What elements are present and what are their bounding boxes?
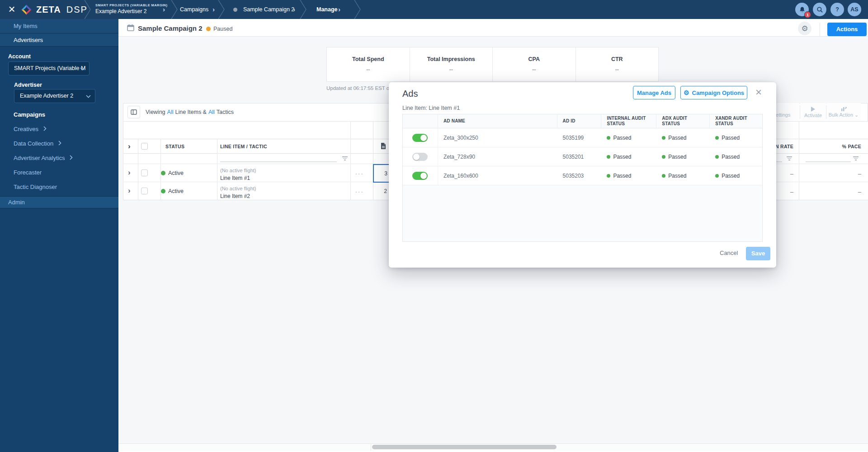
actions-button[interactable]: Actions bbox=[827, 23, 867, 36]
column-header-ad-name[interactable]: AD NAME bbox=[438, 114, 557, 128]
stat-value: -- bbox=[532, 66, 536, 73]
ad-toggle-off[interactable] bbox=[412, 153, 428, 161]
sidebar-item-admin[interactable]: Admin bbox=[0, 197, 118, 208]
close-icon[interactable]: × bbox=[5, 2, 19, 16]
column-header-adx-audit[interactable]: ADX AUDIT STATUS bbox=[656, 114, 710, 128]
layout-toggle-button[interactable] bbox=[127, 106, 140, 118]
filter-icon[interactable] bbox=[342, 156, 348, 160]
paused-status-dot bbox=[206, 27, 211, 31]
active-status-dot bbox=[161, 171, 165, 175]
column-header-status[interactable]: STATUS bbox=[165, 144, 184, 149]
manage-ads-button[interactable]: Manage Ads bbox=[633, 86, 675, 99]
ad-toggle-on[interactable] bbox=[412, 172, 428, 180]
account-select[interactable]: SMART Projects (Variable M bbox=[8, 61, 90, 75]
play-icon bbox=[811, 107, 816, 112]
help-button[interactable]: ? bbox=[830, 3, 844, 16]
settings-gear-button[interactable]: ⚙ bbox=[798, 22, 811, 35]
row-status: Active bbox=[168, 188, 184, 194]
ad-toggle-on[interactable] bbox=[412, 134, 428, 142]
advertiser-select[interactable]: Example Advertiser 2 bbox=[14, 89, 95, 103]
row-checkbox[interactable] bbox=[141, 188, 148, 194]
ad-id: 5035201 bbox=[557, 147, 602, 166]
all-line-items-link[interactable]: All bbox=[167, 109, 174, 115]
sidebar-item-forecaster[interactable]: Forecaster bbox=[14, 169, 42, 176]
sidebar-item-advertiser-analytics[interactable]: Advertiser Analytics bbox=[14, 155, 73, 161]
search-icon bbox=[816, 6, 823, 13]
line-item-name[interactable]: Line Item #1 bbox=[220, 175, 250, 181]
status-text: Passed bbox=[722, 173, 740, 179]
notifications-button[interactable]: 1 bbox=[795, 3, 809, 16]
row-checkbox[interactable] bbox=[141, 170, 148, 176]
bulk-action-button[interactable]: Bulk Action ⌄ bbox=[826, 103, 861, 121]
breadcrumb-campaign[interactable]: Sample Campaign 2 bbox=[243, 0, 294, 19]
viewing-suffix: Tactics bbox=[217, 109, 234, 115]
stat-total-spend: Total Spend -- bbox=[327, 47, 410, 81]
row-overflow-menu[interactable]: ··· bbox=[355, 170, 364, 177]
sidebar-item-label: Advertiser Analytics bbox=[14, 155, 65, 161]
ad-row: Zeta_728x90 5035201 Passed Passed Passed bbox=[403, 147, 762, 166]
pace-filter-input[interactable] bbox=[806, 161, 851, 162]
sidebar-item-creatives[interactable]: Creatives bbox=[14, 126, 47, 132]
chevron-right-icon: › bbox=[212, 0, 215, 19]
ads-modal: Ads Manage Ads ⚙ Campaign Options × Line… bbox=[389, 82, 776, 268]
filter-icon[interactable] bbox=[853, 156, 859, 160]
divider bbox=[820, 23, 820, 36]
stat-value: -- bbox=[615, 66, 619, 73]
horizontal-scrollbar-thumb[interactable] bbox=[372, 445, 557, 449]
stats-summary-card: Total Spend -- Total Impressions -- CPA … bbox=[326, 47, 659, 82]
stat-cpa: CPA -- bbox=[493, 47, 576, 81]
column-header-line-item[interactable]: LINE ITEM / TACTIC bbox=[220, 144, 267, 149]
search-button[interactable] bbox=[813, 3, 826, 16]
modal-close-icon[interactable]: × bbox=[752, 86, 765, 99]
breadcrumb-campaigns[interactable]: Campaigns bbox=[180, 0, 208, 19]
cancel-button[interactable]: Cancel bbox=[720, 250, 738, 256]
expand-all-chevron[interactable]: › bbox=[128, 143, 131, 150]
column-header-pace[interactable]: % PACE bbox=[823, 144, 861, 149]
campaign-options-button[interactable]: ⚙ Campaign Options bbox=[680, 86, 747, 99]
active-status-dot bbox=[161, 189, 165, 193]
sidebar-item-data-collection[interactable]: Data Collection bbox=[14, 140, 61, 147]
row-overflow-menu[interactable]: ··· bbox=[355, 188, 364, 195]
flight-note: (No active flight) bbox=[220, 186, 256, 191]
column-header-ad-id[interactable]: AD ID bbox=[557, 114, 602, 128]
line-item-filter-input[interactable] bbox=[220, 161, 337, 162]
sidebar-item-advertisers[interactable]: Advertisers bbox=[0, 33, 118, 46]
pace-value: – bbox=[838, 188, 861, 195]
status-text: Passed bbox=[668, 173, 686, 179]
xandr-audit-status: Passed bbox=[715, 154, 740, 160]
save-button[interactable]: Save bbox=[746, 247, 770, 260]
breadcrumb-separator bbox=[84, 0, 91, 19]
select-all-checkbox[interactable] bbox=[141, 143, 148, 150]
column-header-xandr-audit[interactable]: XANDR AUDIT STATUS bbox=[710, 114, 762, 128]
activate-button[interactable]: Activate bbox=[800, 103, 826, 121]
calendar-icon bbox=[127, 24, 135, 32]
brand[interactable]: ZETA DSP bbox=[20, 4, 88, 16]
row-expander-chevron[interactable]: › bbox=[128, 188, 131, 194]
xandr-audit-status: Passed bbox=[715, 173, 740, 179]
sidebar-item-tactic-diagnoser[interactable]: Tactic Diagnoser bbox=[14, 184, 57, 190]
breadcrumb-account[interactable]: SMART PROJECTS (VARIABLE MARGIN) Example… bbox=[95, 3, 167, 14]
viewing-prefix: Viewing bbox=[146, 109, 165, 115]
ad-id: 5035199 bbox=[557, 128, 602, 147]
sidebar-item-label: Admin bbox=[8, 199, 25, 206]
modal-title: Ads bbox=[402, 89, 418, 99]
breadcrumb-account-name: SMART PROJECTS (VARIABLE MARGIN) bbox=[95, 3, 167, 7]
line-item-name[interactable]: Line Item #2 bbox=[220, 193, 250, 199]
column-header-internal-audit[interactable]: INTERNAL AUDIT STATUS bbox=[601, 114, 656, 128]
sidebar-item-campaigns[interactable]: Campaigns bbox=[14, 111, 45, 118]
all-tactics-link[interactable]: All bbox=[208, 109, 215, 115]
chevron-right-icon: › bbox=[338, 0, 340, 19]
advertiser-select-value: Example Advertiser 2 bbox=[20, 93, 73, 99]
passed-dot bbox=[715, 136, 719, 140]
sidebar-item-my-items[interactable]: My Items bbox=[0, 19, 118, 33]
avatar[interactable]: AS bbox=[848, 3, 861, 16]
row-expander-chevron[interactable]: › bbox=[128, 170, 131, 176]
filter-icon[interactable] bbox=[787, 156, 792, 160]
viewing-mid: Line Items & bbox=[175, 109, 206, 115]
internal-audit-status: Passed bbox=[607, 135, 631, 141]
status-text: Passed bbox=[613, 135, 631, 141]
grid-line bbox=[371, 443, 371, 451]
bulk-action-label: Bulk Action ⌄ bbox=[829, 112, 859, 118]
breadcrumb-manage[interactable]: Manage bbox=[316, 0, 338, 19]
internal-audit-status: Passed bbox=[607, 154, 631, 160]
